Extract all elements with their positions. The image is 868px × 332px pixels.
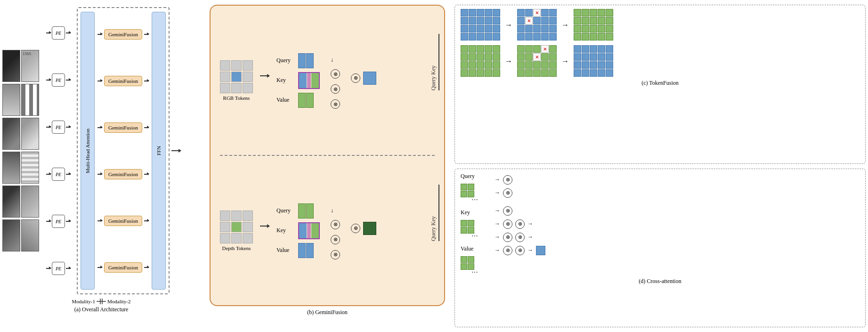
img-pair-4 (2, 152, 40, 184)
img-modality2-5 (21, 186, 39, 218)
img-modality1-2 (2, 84, 20, 116)
caption-c: (c) TokenFusion (461, 80, 860, 87)
pe-box-6: PE (52, 262, 65, 275)
tf-blue-grid-1 (461, 9, 500, 40)
gemini-row-3: GeminiFusion (97, 122, 149, 133)
query-label-rgb: Query (276, 57, 295, 64)
rgb-token-area: RGB Tokens (220, 60, 253, 101)
image-column: 1565 (2, 50, 40, 251)
otimes-d2: ⊗ (331, 235, 340, 244)
query-row-depth: Query (276, 203, 314, 219)
img-modality2-1: 1565 (21, 50, 39, 82)
gemini-box-6: GeminiFusion (104, 262, 142, 273)
x-mark-2: ✕ (525, 17, 533, 24)
value-label-rgb: Value (276, 97, 295, 104)
arrow-1 (46, 32, 51, 33)
gemini-fusion-panel: RGB Tokens Query (210, 5, 445, 306)
result-depth: ⊕ (351, 222, 376, 240)
img-pair-6 (2, 219, 40, 251)
ops-depth: ↓ ⊗ ⊗ ⊗ (331, 202, 340, 259)
ops-rgb: ↓ ⊗ ⊗ ⊗ (331, 52, 340, 109)
ca-value-cells: ⋯ (461, 256, 489, 275)
value-row-depth: Value (276, 243, 314, 258)
op-row-4: ⊗ (331, 99, 340, 109)
img-modality1-5 (2, 186, 20, 218)
key-label-depth: Key (276, 227, 295, 234)
right-panels: → ✕ ✕ (454, 5, 866, 327)
ca-otimes-3: ⊗ (503, 206, 512, 216)
ca-otimes-2: ⊗ (503, 188, 512, 198)
ca-otimes-5: ⊗ (503, 233, 512, 242)
tf-row-2: → ✕ ✕ (461, 45, 613, 77)
ca-otimes-4: ⊗ (503, 219, 512, 229)
modality-row: Modality-1 Modality-2 (72, 299, 131, 304)
gemini-box-4: GeminiFusion (104, 169, 142, 179)
ca-otimes-6: ⊗ (503, 246, 512, 255)
modality-icon (97, 299, 106, 304)
caption-b-text: (b) GeminiFusion (307, 309, 348, 316)
final-arrow-a (171, 150, 181, 151)
ffn-box: FFN (152, 12, 166, 290)
ca-value-label: Value (461, 245, 489, 252)
pe-row-6: PE (46, 262, 71, 275)
gemini-box-5: GeminiFusion (104, 216, 142, 226)
img-modality2-3 (21, 118, 39, 150)
result-square-depth (363, 222, 376, 235)
op-row-1: ↓ (331, 57, 340, 64)
ca-result-blue (536, 246, 545, 255)
gemini-column: GeminiFusion GeminiFusion GeminiFusion (97, 12, 149, 290)
dashed-architecture-box: Multi-Head Attention GeminiFusion Gemini… (77, 7, 170, 294)
panel-d: Query ⋯ Key ⋯ Value (454, 169, 866, 328)
mha-box: Multi-Head Attention (81, 12, 95, 290)
qkv-section-depth: Query Key (276, 203, 320, 258)
tf-result-1 (574, 9, 613, 40)
img-modality1-1 (2, 50, 20, 82)
rgb-to-qkv-arrow (260, 75, 269, 76)
pe-row-5: PE (46, 215, 71, 228)
otimes-2: ⊗ (331, 84, 340, 94)
img-pair-3 (2, 118, 40, 150)
img-modality1-6 (2, 219, 20, 251)
query-blocks-rgb (298, 53, 314, 68)
tf-arrow-2: → (561, 21, 569, 29)
panel-c: → ✕ ✕ (454, 5, 866, 164)
gemini-row-1: GeminiFusion (97, 29, 149, 40)
tf-arrow-4: → (561, 57, 569, 65)
pe-box-2: PE (52, 73, 65, 87)
img-modality2-2 (21, 84, 39, 116)
otimes-d3: ⊗ (331, 250, 340, 259)
query-label-depth: Query (276, 207, 295, 214)
ca-query-cells: ⋯ (461, 184, 489, 202)
gemini-box-2: GeminiFusion (104, 76, 142, 86)
mha-label: Multi-Head Attention (85, 129, 90, 173)
pe-box-4: PE (52, 168, 65, 181)
main-container: 1565 (0, 0, 868, 332)
ca-labels: Query ⋯ Key ⋯ Value (461, 173, 489, 275)
query-row-rgb: Query (276, 53, 314, 68)
depth-token-area: Depth Tokens (220, 211, 253, 251)
x-mark-1: ✕ (533, 9, 541, 16)
op-row-3: ⊗ (331, 84, 340, 94)
arrow-1b (66, 32, 71, 33)
key-label-rgb: Key (276, 77, 295, 84)
depth-token-label: Depth Tokens (222, 245, 251, 251)
ffn-label: FFN (156, 146, 162, 155)
tf-green-x-grid: ✕ ✕ (517, 45, 557, 77)
depth-to-qkv-arrow (260, 226, 269, 227)
tf-green-grid-1 (461, 45, 500, 77)
img-modality2-6 (21, 219, 39, 251)
pe-box-5: PE (52, 215, 65, 228)
pe-box-3: PE (52, 121, 65, 134)
ca-key-cells: ⋯ (461, 220, 489, 239)
result-rgb: ⊕ (351, 72, 376, 89)
result-square-rgb (363, 72, 376, 85)
rgb-grid (220, 60, 253, 93)
caption-d: (d) Cross-attention (461, 278, 860, 285)
gemini-row-6: GeminiFusion (97, 262, 149, 273)
pe-row-4: PE (46, 168, 71, 181)
rgb-fusion-half: RGB Tokens Query (220, 13, 435, 148)
ca-ops: → ⊗ → ⊗ → ⊗ → ⊗ ⊕ → (495, 173, 545, 255)
img-pair-5 (2, 186, 40, 218)
ca-otimes-1: ⊗ (503, 175, 512, 185)
arch-diagram: 1565 (2, 5, 200, 297)
